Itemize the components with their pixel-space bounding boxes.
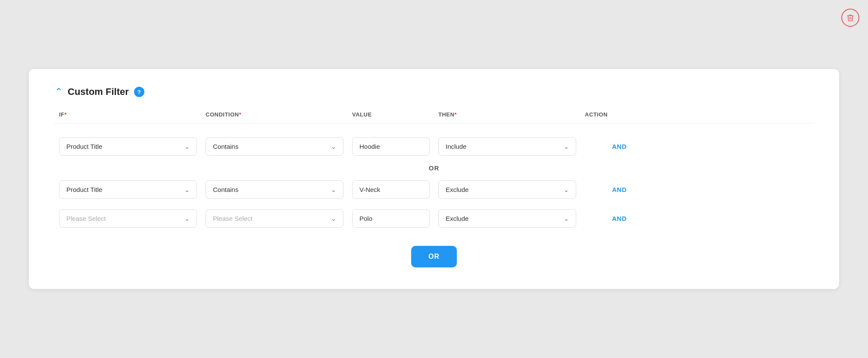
- then-dropdown-2[interactable]: Exclude ⌄: [438, 180, 576, 199]
- action-btn-2[interactable]: AND: [585, 184, 654, 195]
- condition-dropdown-3-value: Please Select: [213, 215, 253, 222]
- then-dropdown-1-chevron: ⌄: [564, 143, 569, 150]
- if-dropdown-2[interactable]: Product Title ⌄: [59, 180, 197, 199]
- condition-dropdown-2-value: Contains: [213, 186, 238, 193]
- filter-row-2: Product Title ⌄ Contains ⌄ Exclude ⌄ AND: [55, 175, 813, 204]
- then-dropdown-2-value: Exclude: [446, 186, 468, 193]
- top-delete-button[interactable]: [841, 9, 859, 27]
- action-btn-1[interactable]: AND: [585, 141, 654, 152]
- condition-dropdown-2-chevron: ⌄: [331, 186, 336, 193]
- if-dropdown-1[interactable]: Product Title ⌄: [59, 137, 197, 156]
- card-title: Custom Filter: [68, 86, 129, 97]
- if-dropdown-2-chevron: ⌄: [184, 186, 190, 193]
- value-input-1[interactable]: [352, 137, 430, 156]
- card-header: ⌃ Custom Filter ?: [55, 86, 813, 97]
- col-header-action: ACTION: [585, 111, 654, 118]
- col-header-then: THEN*: [438, 111, 576, 118]
- condition-dropdown-3[interactable]: Please Select ⌄: [206, 209, 343, 228]
- or-divider: OR: [55, 161, 813, 175]
- then-dropdown-3-value: Exclude: [446, 215, 468, 222]
- action-btn-3[interactable]: AND: [585, 213, 654, 224]
- col-header-value: VALUE: [352, 111, 430, 118]
- collapse-icon[interactable]: ⌃: [55, 86, 62, 97]
- filter-row-3: Please Select ⌄ Please Select ⌄ Exclude …: [55, 204, 813, 233]
- then-dropdown-1-value: Include: [446, 143, 466, 150]
- then-dropdown-3-chevron: ⌄: [564, 215, 569, 222]
- help-icon[interactable]: ?: [134, 87, 144, 97]
- table-header: IF* CONDITION* VALUE THEN* ACTION: [55, 111, 813, 123]
- condition-dropdown-1-value: Contains: [213, 143, 238, 150]
- if-dropdown-1-chevron: ⌄: [184, 143, 190, 150]
- condition-dropdown-1-chevron: ⌄: [331, 143, 336, 150]
- value-input-3[interactable]: [352, 209, 430, 228]
- filter-row-1: Product Title ⌄ Contains ⌄ Include ⌄ AND: [55, 132, 813, 161]
- if-dropdown-3[interactable]: Please Select ⌄: [59, 209, 197, 228]
- if-dropdown-3-value: Please Select: [66, 215, 106, 222]
- then-dropdown-1[interactable]: Include ⌄: [438, 137, 576, 156]
- value-input-2[interactable]: [352, 180, 430, 199]
- or-button-row: OR: [55, 246, 813, 267]
- if-dropdown-2-value: Product Title: [66, 186, 102, 193]
- if-dropdown-3-chevron: ⌄: [184, 215, 190, 222]
- or-add-button[interactable]: OR: [411, 246, 457, 267]
- if-dropdown-1-value: Product Title: [66, 143, 102, 150]
- card: ⌃ Custom Filter ? IF* CONDITION* VALUE T…: [29, 69, 839, 289]
- col-header-condition: CONDITION*: [206, 111, 343, 118]
- then-dropdown-3[interactable]: Exclude ⌄: [438, 209, 576, 228]
- condition-dropdown-1[interactable]: Contains ⌄: [206, 137, 343, 156]
- condition-dropdown-3-chevron: ⌄: [331, 215, 336, 222]
- condition-dropdown-2[interactable]: Contains ⌄: [206, 180, 343, 199]
- col-header-if: IF*: [59, 111, 197, 118]
- then-dropdown-2-chevron: ⌄: [564, 186, 569, 193]
